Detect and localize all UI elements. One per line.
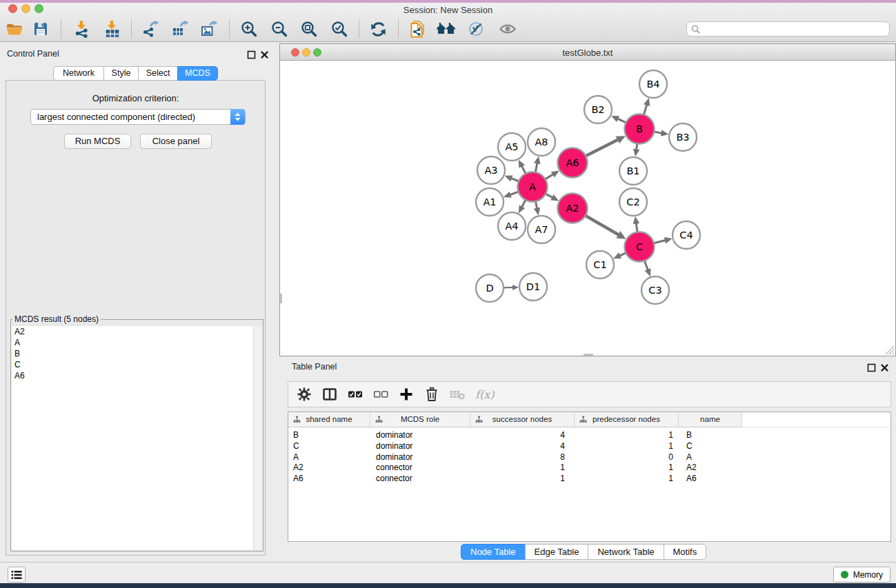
edge-A-A5[interactable] <box>521 165 526 174</box>
cell-shared-name[interactable]: A2 <box>288 463 370 474</box>
node-A7[interactable]: A7 <box>528 216 555 243</box>
apply-layout-icon[interactable] <box>368 19 388 39</box>
export-image-icon[interactable] <box>199 19 219 39</box>
close-table-panel-icon[interactable] <box>880 363 890 372</box>
edge-A2-C[interactable] <box>586 216 619 236</box>
node-B[interactable]: B <box>625 114 655 144</box>
tab-network[interactable]: Network <box>53 66 104 81</box>
export-network-icon[interactable] <box>140 19 161 39</box>
run-mcds-button[interactable]: Run MCDS <box>64 134 131 149</box>
edge-A-A6[interactable] <box>545 174 554 179</box>
memory-button[interactable]: Memory <box>833 567 890 582</box>
column-header-shared-name[interactable]: shared name <box>288 412 370 427</box>
hide-details-icon[interactable] <box>466 19 486 39</box>
mcds-result-list[interactable]: A2ABCA6 <box>12 326 262 550</box>
cell-successor-nodes[interactable]: 8 <box>470 452 575 463</box>
toggle-column-icon[interactable] <box>321 385 339 403</box>
zoom-in-icon[interactable] <box>239 19 259 39</box>
cell-MCDS-role[interactable]: dominator <box>370 441 470 452</box>
show-details-icon[interactable] <box>497 19 518 39</box>
mcds-result-item[interactable]: C <box>12 359 262 370</box>
edge-B-B4[interactable] <box>644 104 647 115</box>
close-panel-button[interactable]: Close panel <box>140 134 212 149</box>
mcds-result-item[interactable]: A6 <box>12 370 262 381</box>
open-session-icon[interactable] <box>4 19 25 39</box>
table-row[interactable]: A2connector11A2 <box>288 463 890 474</box>
column-header-MCDS-role[interactable]: MCDS role <box>370 412 470 427</box>
node-C4[interactable]: C4 <box>673 221 700 249</box>
node-C1[interactable]: C1 <box>586 251 614 278</box>
resize-grip-icon[interactable] <box>885 345 895 355</box>
node-D[interactable]: D <box>476 274 504 302</box>
close-panel-icon[interactable] <box>260 50 270 59</box>
new-network-icon[interactable] <box>407 19 428 39</box>
search-field[interactable] <box>686 21 890 37</box>
cell-successor-nodes[interactable]: 1 <box>470 463 575 474</box>
column-header-successor-nodes[interactable]: successor nodes <box>470 412 575 427</box>
column-header-predecessor-nodes[interactable]: predecessor nodes <box>575 412 679 427</box>
table-row[interactable]: Cdominator41C <box>288 441 890 452</box>
import-network-icon[interactable] <box>72 19 92 39</box>
cell-MCDS-role[interactable]: connector <box>370 474 470 485</box>
table-row[interactable]: A6connector11A6 <box>288 474 890 485</box>
save-session-icon[interactable] <box>30 19 51 39</box>
cell-predecessor-nodes[interactable]: 1 <box>575 430 679 441</box>
select-all-icon[interactable] <box>346 385 364 403</box>
tab-motifs[interactable]: Motifs <box>664 544 707 560</box>
cell-shared-name[interactable]: A6 <box>288 474 370 485</box>
cell-name[interactable]: A6 <box>679 474 742 485</box>
mcds-list-scrollbar[interactable] <box>253 326 262 550</box>
edge-A6-B[interactable] <box>586 139 619 156</box>
horizontal-scroll-indicator[interactable] <box>584 354 593 356</box>
edge-B-B2[interactable] <box>617 119 626 123</box>
tab-node-table[interactable]: Node Table <box>461 544 526 560</box>
task-history-button[interactable] <box>8 567 26 582</box>
cell-shared-name[interactable]: A <box>288 452 370 463</box>
network-graph[interactable]: A5A8A3AA1A4A7A6A2B2B4BB3B1C2CC4C1C3DD1 <box>280 61 895 356</box>
tab-edge-table[interactable]: Edge Table <box>525 544 589 560</box>
edge-C-C2[interactable] <box>636 223 637 232</box>
network-canvas[interactable]: A5A8A3AA1A4A7A6A2B2B4BB3B1C2CC4C1C3DD1 <box>280 61 895 356</box>
node-A8[interactable]: A8 <box>528 128 555 156</box>
node-B3[interactable]: B3 <box>669 123 697 151</box>
tab-style[interactable]: Style <box>103 66 139 81</box>
network-window-titlebar[interactable]: testGlobe.txt <box>280 44 895 61</box>
import-table-icon[interactable] <box>102 19 123 39</box>
node-C3[interactable]: C3 <box>641 276 669 304</box>
cell-shared-name[interactable]: C <box>288 441 370 452</box>
cell-shared-name[interactable]: B <box>288 430 370 441</box>
optimization-criterion-select[interactable]: largest connected component (directed) <box>30 109 246 125</box>
export-table-icon[interactable] <box>170 19 190 39</box>
tab-select[interactable]: Select <box>138 66 178 81</box>
cell-successor-nodes[interactable]: 4 <box>470 430 575 441</box>
tab-mcds[interactable]: MCDS <box>177 66 218 81</box>
vertical-scroll-indicator[interactable] <box>280 294 282 303</box>
cell-name[interactable]: A <box>679 452 742 463</box>
mcds-result-item[interactable]: A2 <box>12 326 262 337</box>
zoom-fit-icon[interactable] <box>299 19 319 39</box>
column-header-name[interactable]: name <box>679 412 742 427</box>
cell-name[interactable]: A2 <box>679 463 742 474</box>
cell-predecessor-nodes[interactable]: 0 <box>575 452 679 463</box>
table-row[interactable]: Bdominator41B <box>288 430 890 441</box>
node-C2[interactable]: C2 <box>619 188 647 216</box>
table-row[interactable]: Adominator80A <box>288 452 890 463</box>
home-icon[interactable] <box>436 19 457 39</box>
node-A5[interactable]: A5 <box>498 133 526 161</box>
delete-columns-icon[interactable] <box>423 385 441 403</box>
node-B2[interactable]: B2 <box>584 96 612 123</box>
node-table[interactable]: shared nameMCDS rolesuccessor nodesprede… <box>288 412 891 542</box>
node-D1[interactable]: D1 <box>519 273 547 301</box>
search-input[interactable] <box>704 23 883 35</box>
float-table-panel-icon[interactable] <box>867 363 877 372</box>
node-A3[interactable]: A3 <box>477 156 505 184</box>
mcds-result-item[interactable]: A <box>12 337 262 348</box>
cell-MCDS-role[interactable]: dominator <box>370 452 470 463</box>
create-column-icon[interactable] <box>397 385 415 403</box>
node-A6[interactable]: A6 <box>558 148 588 178</box>
zoom-selected-icon[interactable] <box>329 19 350 39</box>
edge-C-C4[interactable] <box>654 240 666 243</box>
tab-network-table[interactable]: Network Table <box>588 544 664 560</box>
cell-successor-nodes[interactable]: 1 <box>470 474 575 485</box>
cell-predecessor-nodes[interactable]: 1 <box>575 463 679 474</box>
